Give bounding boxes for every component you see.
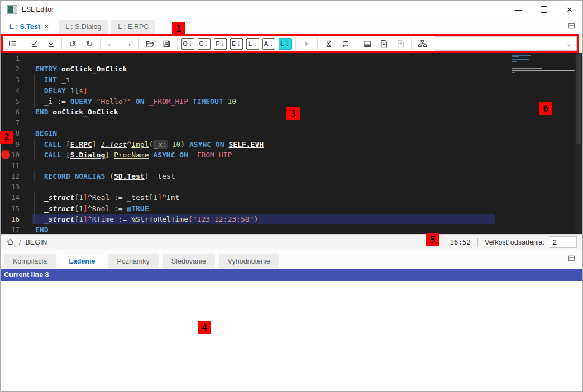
code-line[interactable]: 1 xyxy=(1,53,582,64)
panel-bottom-icon[interactable] xyxy=(359,36,375,51)
home-icon[interactable] xyxy=(6,238,15,246)
redo-icon[interactable]: ↻ xyxy=(81,36,98,51)
annotation-marker: 3 xyxy=(286,107,300,120)
code-text xyxy=(32,160,35,171)
line-number[interactable]: 13 xyxy=(1,181,32,192)
breadcrumb-status-bar: / BEGIN 16:52 Veľkosť odsadenia: xyxy=(1,234,582,250)
line-number[interactable]: 16 xyxy=(1,214,32,224)
doc-import-icon[interactable] xyxy=(375,36,392,51)
letter-label: E xyxy=(232,40,236,47)
tab-close-icon[interactable]: × xyxy=(45,23,49,31)
letter-L-active-button[interactable]: L⋮ xyxy=(277,36,293,51)
annotation-marker: 2 xyxy=(0,131,13,144)
code-line[interactable]: 5 _i := QUERY "Hello?" ON _FROM_HIP TIME… xyxy=(1,96,582,107)
open-folder-icon[interactable] xyxy=(141,36,158,51)
status-clock: 16:52 xyxy=(450,238,471,246)
tab-label: L : E.RPC xyxy=(118,23,149,31)
minimap[interactable] xyxy=(512,54,575,73)
code-text: END onClick_OnClick xyxy=(32,107,118,117)
tab-s-dialog[interactable]: L : S.Dialog xyxy=(59,20,108,34)
editor-scrollbar[interactable] xyxy=(575,53,582,234)
check-commit-icon[interactable] xyxy=(26,36,42,51)
run-icon[interactable] xyxy=(298,36,315,51)
navigate-forward-icon[interactable]: → xyxy=(120,36,136,51)
code-text: END xyxy=(32,224,48,234)
code-line[interactable]: 10 CALL [S.Dialog] ProcName ASYNC ON _FR… xyxy=(1,150,582,160)
code-editor[interactable]: 12ENTRY onClick_OnClick3 INT _i4 DELAY 1… xyxy=(1,53,582,234)
code-line[interactable]: 15 _struct[1]^Bool := @TRUE xyxy=(1,203,582,214)
toolbar-separator xyxy=(100,37,101,50)
letter-F-button[interactable]: F⋮ xyxy=(212,36,228,51)
dots-icon: ⋮ xyxy=(204,41,209,46)
line-number[interactable]: 15 xyxy=(1,203,32,214)
line-number[interactable]: 1 xyxy=(1,53,32,64)
code-line[interactable]: 11 xyxy=(1,160,582,171)
code-line[interactable]: 2ENTRY onClick_OnClick xyxy=(1,64,582,74)
letter-E-button[interactable]: E⋮ xyxy=(228,36,245,51)
outline-icon[interactable] xyxy=(4,36,21,51)
code-text: _i := QUERY "Hello?" ON _FROM_HIP TIMEOU… xyxy=(32,96,236,107)
tab-sledovanie[interactable]: Sledovanie xyxy=(163,254,215,269)
code-text: CALL [S.Dialog] ProcName ASYNC ON _FROM_… xyxy=(32,150,232,160)
letter-A-button[interactable]: A⋮ xyxy=(261,36,277,51)
code-line[interactable]: 3 INT _i xyxy=(1,74,582,85)
tab-poznamky[interactable]: Poznámky xyxy=(108,254,158,269)
save-icon[interactable] xyxy=(158,36,175,51)
bottom-panel-tabs: Kompilácia Ladenie Poznámky Sledovanie V… xyxy=(1,250,582,269)
line-number[interactable]: 11 xyxy=(1,160,32,171)
letter-O-button[interactable]: O⋮ xyxy=(180,36,196,51)
line-number[interactable]: 14 xyxy=(1,192,32,203)
editor-panel-toggle-icon[interactable] xyxy=(567,22,576,32)
app-icon xyxy=(7,5,17,14)
line-number[interactable]: 6 xyxy=(1,107,32,117)
code-line[interactable]: 8BEGIN xyxy=(1,128,582,138)
hierarchy-icon[interactable] xyxy=(414,36,431,51)
dots-icon: ⋮ xyxy=(188,41,193,46)
status-divider xyxy=(477,238,478,247)
dots-icon: ⋮ xyxy=(285,41,290,46)
bottom-panel-body[interactable] xyxy=(1,281,582,391)
minimize-button[interactable]: — xyxy=(505,1,531,18)
letter-C-button[interactable]: C⋮ xyxy=(196,36,212,51)
code-line[interactable]: 9 CALL [E.RPC] I.Test^Impl(_x: 10) ASYNC… xyxy=(1,139,582,150)
line-number[interactable]: 7 xyxy=(1,117,32,128)
tab-kompilacia[interactable]: Kompilácia xyxy=(4,254,56,269)
undo-icon[interactable]: ↺ xyxy=(64,36,81,51)
line-number[interactable]: 3 xyxy=(1,74,32,85)
toolbar-separator xyxy=(61,37,62,50)
letter-L-button[interactable]: L⋮ xyxy=(245,36,261,51)
code-line[interactable]: 17END xyxy=(1,224,582,234)
breakpoint-dot[interactable] xyxy=(1,150,10,159)
line-number[interactable]: 12 xyxy=(1,171,32,181)
code-line[interactable]: 12 RECORD NOALIAS (SD.Test) _test xyxy=(1,171,582,181)
goto-bottom-icon[interactable] xyxy=(42,36,59,51)
repeat-icon[interactable] xyxy=(337,36,353,51)
code-line[interactable]: 14 _struct[1]^Real := _test[1]^Int xyxy=(1,192,582,203)
code-line[interactable]: 16 _struct[1]^RTime := %StrToRelTime("12… xyxy=(1,214,582,224)
doc-export-icon[interactable] xyxy=(392,36,409,51)
bottom-panel-toggle-icon[interactable] xyxy=(567,254,576,265)
line-number[interactable]: 17 xyxy=(1,224,32,234)
code-line[interactable]: 4 DELAY 1[s] xyxy=(1,85,582,96)
hourglass-icon[interactable] xyxy=(320,36,337,51)
close-button[interactable]: ✕ xyxy=(557,1,582,18)
line-number[interactable]: 2 xyxy=(1,64,32,74)
line-number[interactable]: 5 xyxy=(1,96,32,107)
toolbar-separator xyxy=(356,37,356,50)
breadcrumb[interactable]: BEGIN xyxy=(25,238,47,246)
tab-label: Kompilácia xyxy=(13,257,47,265)
indent-size-input[interactable] xyxy=(549,236,577,248)
tab-s-test[interactable]: L : S.Test × xyxy=(3,20,55,34)
maximize-button[interactable] xyxy=(531,1,557,18)
toolbar-combobox[interactable]: ⌄ xyxy=(434,36,577,51)
tab-vyhodnotenie[interactable]: Vyhodnotenie xyxy=(219,254,279,269)
code-line[interactable]: 13 xyxy=(1,181,582,192)
tab-e-rpc[interactable]: L : E.RPC xyxy=(111,20,155,34)
navigate-back-icon[interactable]: ← xyxy=(103,36,120,51)
tab-ladenie[interactable]: Ladenie xyxy=(60,254,104,269)
line-number[interactable]: 4 xyxy=(1,85,32,96)
code-text: _struct[1]^Real := _test[1]^Int xyxy=(32,192,179,203)
toolbar-separator xyxy=(23,37,23,50)
scrollbar-thumb[interactable] xyxy=(576,54,581,144)
minimap-line xyxy=(512,63,558,63)
